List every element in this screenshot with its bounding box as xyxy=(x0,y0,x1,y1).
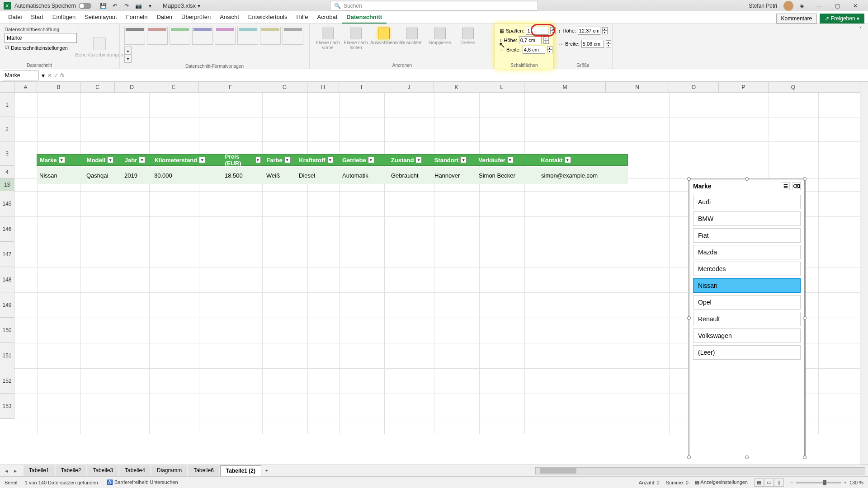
filter-dropdown-icon[interactable]: ▾ xyxy=(565,157,571,163)
menu-tab-formeln[interactable]: Formeln xyxy=(122,11,152,23)
selection-pane-button[interactable]: Auswahlbereich xyxy=(370,27,397,45)
slicer-item[interactable]: Fiat xyxy=(693,228,801,243)
zoom-out-icon[interactable]: − xyxy=(790,480,793,485)
handle-icon[interactable] xyxy=(745,455,749,459)
row-header[interactable]: 151 xyxy=(0,343,14,368)
style-swatch[interactable] xyxy=(192,27,213,45)
slicer-item[interactable]: (Leer) xyxy=(693,345,801,360)
table-header-cell[interactable]: Marke▾ xyxy=(37,157,84,164)
table-header-cell[interactable]: Kilometerstand▾ xyxy=(152,157,222,164)
handle-icon[interactable] xyxy=(803,455,807,459)
column-header[interactable]: G xyxy=(262,82,307,92)
handle-icon[interactable] xyxy=(803,177,807,181)
table-header-cell[interactable]: Preis (EUR)▾ xyxy=(222,153,264,167)
row-header[interactable]: 149 xyxy=(0,292,14,318)
page-break-icon[interactable]: ▯ xyxy=(774,479,784,487)
enter-formula-icon[interactable]: ✓ xyxy=(54,72,58,79)
filter-dropdown-icon[interactable]: ▾ xyxy=(327,157,334,163)
spin-up-icon[interactable]: ▴ xyxy=(602,27,608,31)
zoom-level[interactable]: 130 % xyxy=(849,480,863,485)
row-header[interactable]: 4 xyxy=(0,166,14,178)
row-header[interactable]: 13 xyxy=(0,178,14,191)
style-swatch[interactable] xyxy=(124,27,145,45)
table-header-cell[interactable]: Standort▾ xyxy=(432,157,476,164)
style-swatch[interactable] xyxy=(260,27,281,45)
sheet-tab[interactable]: Diagramm xyxy=(151,465,187,476)
table-cell[interactable]: 2019 xyxy=(122,172,151,179)
toggle-switch-icon[interactable] xyxy=(79,3,91,9)
column-header[interactable]: B xyxy=(37,82,80,92)
column-header[interactable]: I xyxy=(339,82,384,92)
filter-dropdown-icon[interactable]: ▾ xyxy=(284,157,291,163)
sheet-tab[interactable]: Tabelle1 xyxy=(24,465,55,476)
style-swatch[interactable] xyxy=(283,27,303,45)
row-header[interactable]: 2 xyxy=(0,117,14,141)
column-header[interactable]: F xyxy=(199,82,262,92)
slicer-item[interactable]: Mercedes xyxy=(693,262,801,276)
slicer-item[interactable]: Nissan xyxy=(693,278,801,293)
column-header[interactable]: Q xyxy=(769,82,818,92)
name-box-dropdown-icon[interactable]: ▾ xyxy=(42,72,45,79)
menu-tab-überprüfen[interactable]: Überprüfen xyxy=(177,11,215,23)
align-button[interactable]: Ausrichten xyxy=(398,27,425,45)
filter-dropdown-icon[interactable]: ▾ xyxy=(199,157,205,163)
table-header-cell[interactable]: Farbe▾ xyxy=(264,157,296,164)
filter-dropdown-icon[interactable]: ▾ xyxy=(59,157,65,163)
share-button[interactable]: ↗ Freigeben ▾ xyxy=(820,14,864,23)
table-cell[interactable]: simon@example.com xyxy=(538,172,628,179)
handle-icon[interactable] xyxy=(687,177,691,181)
vertical-scrollbar[interactable] xyxy=(860,82,868,465)
handle-icon[interactable] xyxy=(687,455,691,459)
filter-dropdown-icon[interactable]: ▾ xyxy=(368,157,374,163)
menu-tab-datenschnitt[interactable]: Datenschnitt xyxy=(342,11,387,23)
file-name[interactable]: Mappe3.xlsx xyxy=(163,2,196,9)
formula-input[interactable] xyxy=(67,70,865,80)
table-cell[interactable]: Nissan xyxy=(37,172,84,179)
sheet-tab[interactable]: Tabelle3 xyxy=(87,465,118,476)
column-header[interactable]: P xyxy=(719,82,769,92)
column-header[interactable]: E xyxy=(149,82,199,92)
menu-tab-acrobat[interactable]: Acrobat xyxy=(313,11,342,23)
sheet-tab[interactable]: Tabelle1 (2) xyxy=(220,465,261,476)
rotate-button[interactable]: Drehen xyxy=(454,27,481,45)
zoom-in-icon[interactable]: + xyxy=(844,480,846,485)
redo-icon[interactable]: ↷ xyxy=(123,2,130,9)
spin-up-icon[interactable]: ▴ xyxy=(547,46,552,50)
menu-tab-ansicht[interactable]: Ansicht xyxy=(215,11,244,23)
comments-button[interactable]: Kommentare xyxy=(776,14,817,23)
table-header-cell[interactable]: Zustand▾ xyxy=(388,157,432,164)
sheet-tab[interactable]: Tabelle6 xyxy=(188,465,219,476)
undo-icon[interactable]: ↶ xyxy=(111,2,118,9)
row-header[interactable]: 148 xyxy=(0,267,14,292)
column-header[interactable]: K xyxy=(434,82,479,92)
filter-dropdown-icon[interactable]: ▾ xyxy=(139,157,145,163)
spin-down-icon[interactable]: ▾ xyxy=(602,31,608,34)
styles-up-icon[interactable]: ▴ xyxy=(124,47,132,55)
menu-tab-einfügen[interactable]: Einfügen xyxy=(48,11,80,23)
table-header-cell[interactable]: Jahr▾ xyxy=(122,157,152,164)
styles-down-icon[interactable]: ▾ xyxy=(124,55,132,63)
menu-tab-hilfe[interactable]: Hilfe xyxy=(292,11,313,23)
select-all-corner[interactable] xyxy=(0,82,14,92)
group-button[interactable]: Gruppieren xyxy=(426,27,453,45)
normal-view-icon[interactable]: ▦ xyxy=(754,479,764,487)
sheet-tab[interactable]: Tabelle4 xyxy=(119,465,151,476)
user-name[interactable]: Stefan Petri xyxy=(749,3,777,9)
table-cell[interactable]: Automatik xyxy=(340,172,388,179)
report-connections-label[interactable]: Berichtsverbindungen xyxy=(75,52,123,57)
bring-forward-button[interactable]: Ebene nach vorne xyxy=(314,27,341,50)
btn-height-input[interactable] xyxy=(519,36,542,44)
fx-icon[interactable]: fx xyxy=(60,72,64,79)
cancel-formula-icon[interactable]: ✕ xyxy=(47,72,52,79)
sheet-tab[interactable]: Tabelle2 xyxy=(56,465,87,476)
handle-icon[interactable] xyxy=(745,177,749,181)
table-header-cell[interactable]: Getriebe▾ xyxy=(340,157,388,164)
clear-filter-icon[interactable]: ⌫ xyxy=(793,182,801,190)
send-back-button[interactable]: Ebene nach hinten xyxy=(342,27,369,50)
row-header[interactable]: 152 xyxy=(0,368,14,394)
column-header[interactable]: A xyxy=(14,82,37,92)
spin-down-icon[interactable]: ▾ xyxy=(606,44,611,47)
menu-tab-daten[interactable]: Daten xyxy=(152,11,177,23)
filter-dropdown-icon[interactable]: ▾ xyxy=(460,157,467,163)
camera-icon[interactable]: 📷 xyxy=(135,2,142,9)
